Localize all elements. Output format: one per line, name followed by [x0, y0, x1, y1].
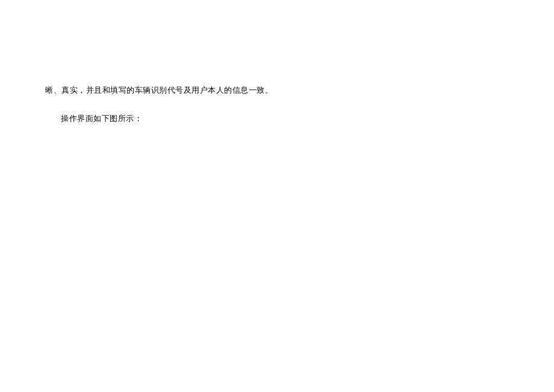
text-line-2: 操作界面如下图所示：	[61, 111, 273, 125]
document-content: 晰、真实，并且和填写的车辆识别代号及用户本人的信息一致。 操作界面如下图所示：	[45, 83, 273, 126]
text-line-1: 晰、真实，并且和填写的车辆识别代号及用户本人的信息一致。	[45, 83, 273, 97]
